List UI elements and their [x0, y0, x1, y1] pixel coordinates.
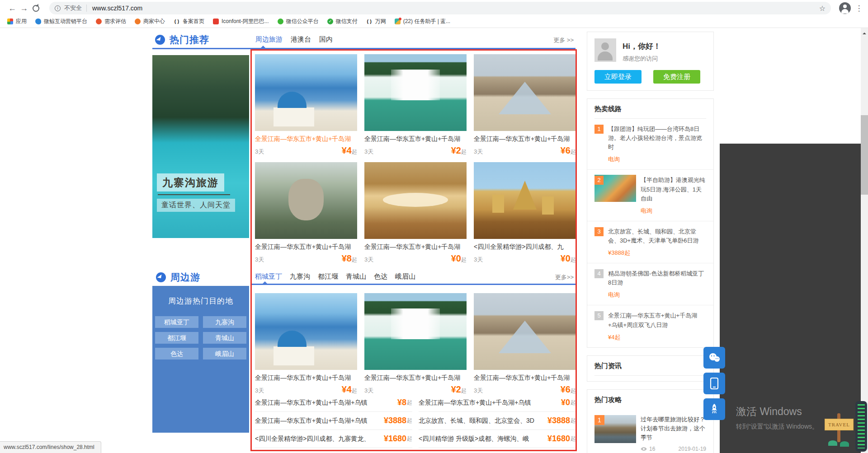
route-item[interactable]: 4 精品游朝圣佛国-色达新都桥稻城亚丁8日游 电询: [587, 263, 713, 305]
bookmark-apps[interactable]: 应用: [7, 18, 27, 25]
address-bar[interactable]: i 不安全 www.sczl517.com ☆: [49, 2, 831, 14]
card-image-hukou-falls[interactable]: [364, 162, 467, 239]
tab-jiuzhaigou[interactable]: 九寨沟: [290, 272, 310, 281]
tab-qingchengshan[interactable]: 青城山: [346, 272, 366, 281]
login-button[interactable]: 立即登录: [594, 70, 642, 84]
page-marker-widget[interactable]: [855, 401, 867, 452]
mobile-icon[interactable]: [703, 373, 725, 394]
route-item[interactable]: 2 【半自助游】港澳观光纯玩5日游.海洋公园、1天自由 电询: [587, 170, 713, 221]
sign-grass: [828, 440, 837, 446]
route-item[interactable]: 3 北京故宫、长城、颐和园、北京堂会、3D+魔术、天津单飞单卧6日游 ¥3888…: [587, 221, 713, 263]
tab-dujiangyan[interactable]: 都江堰: [318, 272, 338, 281]
card-title[interactable]: 全景江南—华东五市+黄山+千岛湖: [364, 374, 467, 382]
tab-zhoubianlvyou[interactable]: 周边旅游: [255, 35, 283, 44]
list-item[interactable]: <四川精华游 升级版>成都、海螺沟、峨¥1680起: [419, 430, 576, 448]
card-image-temple[interactable]: [474, 162, 576, 239]
card-title[interactable]: 全景江南—华东五市+黄山+千岛湖: [255, 243, 357, 251]
tour-card[interactable]: 全景江南—华东五市+黄山+千岛湖 3天¥6起: [474, 293, 576, 395]
bookmark-item[interactable]: Iconfont-阿里巴巴...: [213, 18, 269, 25]
dest-button-daochengyading[interactable]: 稻城亚丁: [155, 316, 198, 328]
forward-icon[interactable]: →: [18, 4, 30, 13]
guide-item[interactable]: 1 过年去哪里旅游比较好？计划春节出去旅游，这个季节 16 2019-01-19: [587, 409, 713, 453]
tour-card[interactable]: 全景江南—华东五市+黄山+千岛湖 3天¥8起: [255, 162, 357, 264]
bookmark-item[interactable]: ✓微信支付: [327, 18, 358, 25]
card-title[interactable]: <四川全景精华游>四川成都、九: [474, 243, 576, 251]
register-button[interactable]: 免费注册: [653, 70, 700, 84]
list-item[interactable]: 全景江南—华东五市+黄山+千岛湖+乌镇¥8起: [255, 394, 412, 412]
tour-card[interactable]: 全景江南—华东五市+黄山+千岛湖 3天¥4起: [255, 54, 357, 156]
banner-divider: [158, 194, 230, 195]
dest-button-seda[interactable]: 色达: [155, 348, 198, 360]
tour-card[interactable]: <四川全景精华游>四川成都、九 3天¥0起: [474, 162, 576, 264]
bookmark-item[interactable]: ( )万网: [366, 18, 386, 25]
tour-card[interactable]: 全景江南—华东五市+黄山+千岛湖 3天¥4起: [255, 293, 357, 395]
card-image-louvre[interactable]: [474, 293, 576, 370]
profile-avatar-icon[interactable]: [839, 2, 851, 14]
bookmark-item[interactable]: 微鲸互动营销平台: [35, 18, 87, 25]
bookmark-item[interactable]: (22) 任务助手 | 蓝...: [395, 18, 450, 25]
bookmark-item[interactable]: 需求评估: [96, 18, 126, 25]
tab-seda[interactable]: 色达: [374, 272, 387, 281]
activate-subtitle: 转到“设置”以激活 Windows。: [736, 423, 818, 431]
route-price[interactable]: 电询: [641, 207, 706, 215]
guide-thumbnail[interactable]: 1: [594, 415, 636, 443]
route-price[interactable]: ¥4起: [608, 333, 706, 341]
security-label[interactable]: 不安全: [64, 4, 82, 12]
tour-card[interactable]: 全景江南—华东五市+黄山+千岛湖 3天¥2起: [364, 293, 467, 395]
hot-more-link[interactable]: 更多 >>: [553, 36, 574, 44]
card-image-louvre[interactable]: [474, 54, 576, 131]
reload-icon[interactable]: [33, 5, 39, 12]
card-title[interactable]: 全景江南—华东五市+黄山+千岛湖: [364, 135, 467, 143]
list-item[interactable]: 全景江南—华东五市+黄山+千岛湖+乌镇¥3888起: [255, 412, 412, 430]
list-item[interactable]: 全景江南—华东五市+黄山+千岛湖+乌镇¥0起: [419, 394, 576, 412]
card-price: ¥2: [451, 145, 461, 155]
tab-guonei[interactable]: 国内: [319, 35, 333, 44]
card-title[interactable]: 全景江南—华东五市+黄山+千岛湖: [474, 374, 576, 382]
dest-button-dujiangyan[interactable]: 都江堰: [155, 332, 198, 344]
rocket-icon[interactable]: [703, 398, 725, 420]
card-title[interactable]: 全景江南—华东五市+黄山+千岛湖: [255, 135, 357, 143]
tour-card[interactable]: 全景江南—华东五市+黄山+千岛湖 3天¥2起: [364, 54, 467, 156]
route-price[interactable]: 电询: [608, 155, 706, 163]
bookmark-item[interactable]: 商家中心: [135, 18, 165, 25]
card-image-santorini[interactable]: [255, 54, 357, 131]
bookmark-star-icon[interactable]: ☆: [819, 4, 826, 13]
route-item[interactable]: 1 【跟团游】纯玩团——台湾环岛8日游。老人小孩轻松游台湾，景点游览时 电询: [587, 119, 713, 170]
card-title[interactable]: 全景江南—华东五市+黄山+千岛湖: [474, 135, 576, 143]
card-title[interactable]: 全景江南—华东五市+黄山+千岛湖: [364, 243, 467, 251]
route-price[interactable]: ¥3888起: [608, 249, 706, 257]
scrollbar-thumb[interactable]: [861, 115, 868, 195]
nearby-tabs-header: 稻城亚丁 九寨沟 都江堰 青城山 色达 峨眉山 更多>>: [252, 272, 576, 284]
jiuzhaigou-banner[interactable]: 九寨沟旅游 童话世界、人间天堂: [152, 55, 249, 238]
card-price: ¥2: [451, 384, 461, 394]
route-item[interactable]: 5 全景江南—华东五市+黄山+千岛湖+乌镇+周庄双飞八日游 ¥4起: [587, 305, 713, 347]
dest-button-emeishan[interactable]: 峨眉山: [203, 348, 246, 360]
card-image-statue[interactable]: [255, 162, 357, 239]
tour-card[interactable]: 全景江南—华东五市+黄山+千岛湖 3天¥6起: [474, 54, 576, 156]
tab-daochengyading[interactable]: 稻城亚丁: [255, 272, 282, 281]
dest-button-jiuzhaigou[interactable]: 九寨沟: [203, 316, 246, 328]
back-icon[interactable]: ←: [6, 4, 18, 13]
card-image-waterfall[interactable]: [364, 54, 467, 131]
bookmark-item[interactable]: ( )备案首页: [174, 18, 204, 25]
menu-dots-icon[interactable]: ⋮: [854, 4, 863, 13]
card-image-santorini[interactable]: [255, 293, 357, 370]
dest-button-qingchengshan[interactable]: 青城山: [203, 332, 246, 344]
card-title[interactable]: 全景江南—华东五市+黄山+千岛湖: [255, 374, 357, 382]
tour-card[interactable]: 全景江南—华东五市+黄山+千岛湖 3天¥0起: [364, 162, 467, 264]
scrollbar-up-arrow[interactable]: [863, 31, 866, 34]
list-item[interactable]: <四川全景精华游>四川成都、九寨黄龙、¥1680起: [255, 430, 412, 448]
info-icon[interactable]: i: [55, 5, 61, 11]
bookmark-item[interactable]: 微信公众平台: [278, 18, 319, 25]
route-price[interactable]: 电询: [608, 291, 706, 299]
url-text[interactable]: www.sczl517.com: [92, 5, 142, 12]
tab-emeishan[interactable]: 峨眉山: [395, 272, 415, 281]
tab-gangaotai[interactable]: 港澳台: [291, 35, 311, 44]
card-image-waterfall[interactable]: [364, 293, 467, 370]
hot-routes-title: 热卖线路: [587, 99, 713, 118]
nearby-more-link[interactable]: 更多>>: [555, 273, 574, 281]
wechat-icon[interactable]: [703, 347, 725, 369]
scrollbar[interactable]: [861, 28, 868, 453]
list-item[interactable]: 北京故宫、长城、颐和园、北京堂会、3D¥3888起: [419, 412, 576, 430]
browser-toolbar: ← → i 不安全 www.sczl517.com ☆ ⋮: [0, 0, 868, 15]
